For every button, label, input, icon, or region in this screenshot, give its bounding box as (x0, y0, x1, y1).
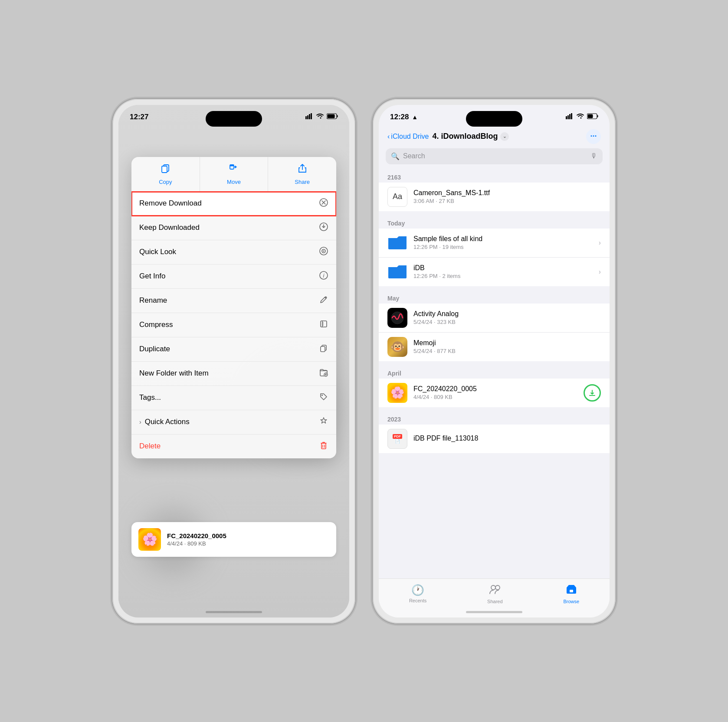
keep-downloaded-row[interactable]: Keep Downloaded (131, 216, 336, 240)
compress-row[interactable]: Compress (131, 313, 336, 337)
duplicate-icon (319, 343, 328, 355)
file-row-info-sample: Sample files of all kind 12:26 PM · 19 i… (413, 235, 593, 250)
search-placeholder: Search (403, 152, 587, 160)
svg-rect-6 (328, 114, 335, 118)
delete-icon (319, 441, 328, 452)
left-phone-screen: 12:27 Copy (118, 105, 349, 617)
svg-rect-8 (162, 166, 167, 173)
file-row-meta-idb: 12:26 PM · 2 items (413, 273, 593, 279)
svg-rect-5 (337, 115, 338, 118)
browse-label: Browse (563, 599, 579, 604)
share-button[interactable]: Share (268, 157, 336, 191)
file-thumbnail: 🌸 (138, 528, 161, 551)
activity-icon (387, 308, 407, 328)
move-button[interactable]: Move (200, 157, 269, 191)
tags-row[interactable]: Tags... (131, 386, 336, 410)
get-info-row[interactable]: Get Info i (131, 265, 336, 289)
wifi-icon-right (577, 113, 584, 121)
svg-rect-20 (321, 321, 327, 327)
svg-rect-3 (311, 113, 312, 119)
svg-rect-34 (588, 114, 593, 118)
move-icon (229, 163, 239, 176)
svg-rect-1 (307, 115, 308, 119)
dynamic-island (206, 111, 262, 127)
file-row-meta-sample: 12:26 PM · 19 items (413, 244, 593, 250)
left-phone: 12:27 Copy (112, 99, 355, 624)
section-header-2023: 2023 (379, 412, 610, 425)
duplicate-row[interactable]: Duplicate (131, 337, 336, 362)
right-phone: 12:28 ▲ ‹ iCloud Drive (373, 99, 616, 624)
copy-button[interactable]: Copy (131, 157, 200, 191)
file-row-idb[interactable]: iDB 12:26 PM · 2 items › (379, 258, 610, 286)
shared-label: Shared (487, 599, 502, 604)
title-chevron-icon[interactable]: ⌄ (500, 132, 509, 141)
tab-recents[interactable]: 🕐 Recents (409, 584, 426, 603)
svg-rect-0 (305, 116, 307, 119)
home-indicator (206, 611, 262, 613)
file-row-pdf[interactable]: PDF 📄 iDB PDF file_113018 (379, 425, 610, 453)
mic-icon: 🎙 (590, 152, 597, 160)
memoji-icon: 🐵 (387, 337, 407, 357)
file-info: FC_20240220_0005 4/4/24 · 809 KB (167, 532, 329, 547)
new-folder-row[interactable]: New Folder with Item (131, 362, 336, 386)
file-row-name-pdf: iDB PDF file_113018 (413, 435, 601, 442)
section-header-2163: 2163 (379, 170, 610, 183)
back-button[interactable]: ‹ iCloud Drive (387, 133, 429, 140)
file-row-meta: 3:06 AM · 27 KB (413, 198, 601, 204)
rename-row[interactable]: Rename (131, 289, 336, 313)
compress-label: Compress (139, 320, 173, 329)
section-header-may: May (379, 291, 610, 304)
folder-icon-sample (387, 233, 407, 253)
search-icon: 🔍 (391, 152, 400, 160)
quick-actions-icon (319, 416, 328, 428)
duplicate-label: Duplicate (139, 345, 170, 353)
delete-row[interactable]: Delete (131, 435, 336, 458)
svg-rect-39 (570, 590, 573, 592)
file-row-activity[interactable]: Activity Analog 5/24/24 · 323 KB (379, 304, 610, 333)
download-button[interactable] (584, 384, 601, 402)
location-icon: ▲ (412, 114, 418, 121)
signal-icon-right (566, 113, 574, 121)
remove-download-row[interactable]: Remove Download (131, 192, 336, 216)
svg-rect-25 (321, 443, 326, 449)
nav-title: 4. iDownloadBlog ⌄ (432, 132, 583, 141)
svg-rect-33 (597, 115, 598, 118)
back-chevron-icon: ‹ (387, 133, 390, 140)
file-row-font[interactable]: Aa Cameron_Sans_MS-1.ttf 3:06 AM · 27 KB (379, 183, 610, 211)
svg-rect-30 (569, 114, 571, 119)
wifi-icon (316, 113, 324, 121)
file-row-sample[interactable]: Sample files of all kind 12:26 PM · 19 i… (379, 229, 610, 258)
svg-rect-31 (571, 113, 572, 119)
context-menu: Copy Move Share Remove Download (131, 157, 336, 458)
file-row-info-pdf: iDB PDF file_113018 (413, 435, 601, 443)
file-row-info-activity: Activity Analog 5/24/24 · 323 KB (413, 310, 601, 325)
svg-point-24 (321, 395, 323, 396)
file-row-fc[interactable]: 🌸 FC_20240220_0005 4/4/24 · 809 KB (379, 379, 610, 407)
share-label: Share (295, 179, 310, 185)
svg-point-37 (491, 585, 495, 590)
search-bar[interactable]: 🔍 Search 🎙 (386, 148, 603, 164)
file-meta: 4/4/24 · 809 KB (167, 540, 329, 547)
section-header-april: April (379, 366, 610, 379)
svg-point-17 (323, 250, 325, 252)
signal-icon (305, 113, 313, 121)
files-nav: ‹ iCloud Drive 4. iDownloadBlog ⌄ ··· (379, 125, 610, 147)
tab-shared[interactable]: Shared (487, 584, 502, 604)
tab-browse[interactable]: Browse (563, 584, 579, 604)
remove-download-label: Remove Download (139, 199, 202, 208)
svg-point-38 (495, 585, 500, 590)
font-icon: Aa (387, 187, 407, 207)
file-list: 2163 Aa Cameron_Sans_MS-1.ttf 3:06 AM · … (379, 170, 610, 582)
quick-look-row[interactable]: Quick Look (131, 240, 336, 265)
file-row-memoji[interactable]: 🐵 Memoji 5/24/24 · 877 KB (379, 333, 610, 361)
svg-rect-29 (567, 115, 569, 119)
dynamic-island-right (466, 111, 522, 127)
share-icon (297, 163, 308, 176)
file-item-bottom[interactable]: 🌸 FC_20240220_0005 4/4/24 · 809 KB (131, 522, 336, 557)
file-row-name-idb: iDB (413, 264, 593, 272)
file-row-info-fc: FC_20240220_0005 4/4/24 · 809 KB (413, 385, 577, 400)
status-time-right: 12:28 ▲ (390, 113, 418, 121)
more-button[interactable]: ··· (586, 129, 601, 144)
quick-actions-row[interactable]: › Quick Actions (131, 410, 336, 435)
chevron-right-icon: › (599, 239, 601, 247)
